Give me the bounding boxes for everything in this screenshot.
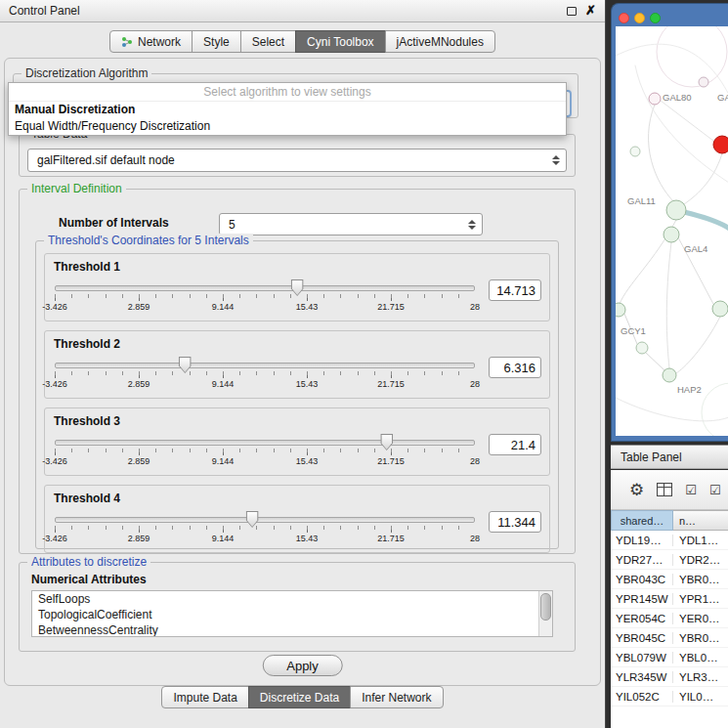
network-node[interactable] (663, 368, 676, 382)
scrollbar-thumb[interactable] (540, 593, 551, 621)
list-item[interactable]: TopologicalCoefficient (32, 607, 552, 622)
network-node[interactable] (636, 342, 648, 354)
tab-cyni-toolbox[interactable]: Cyni Toolbox (295, 30, 385, 53)
threshold-coordinates-title: Threshold's Coordinates for 5 Intervals (44, 234, 253, 247)
table-data-combobox[interactable]: galFiltered.sif default node (27, 149, 567, 172)
threshold-slider[interactable]: -3.4262.8599.14415.4321.71528 (55, 440, 475, 467)
slider-track[interactable] (55, 363, 475, 368)
select-visible-icon[interactable]: ☑ (709, 484, 721, 496)
network-edge[interactable] (684, 153, 722, 204)
node-table: ⚙ ☑ ☑ shared… n… YDL19…YDL1…YDR27…YDR2…Y… (611, 470, 728, 728)
tab-discretize-data[interactable]: Discretize Data (248, 686, 351, 708)
tab-jactivemnodules[interactable]: jActiveMNodules (385, 30, 495, 53)
traffic-lights (619, 13, 661, 23)
network-edge[interactable] (616, 44, 728, 95)
network-view-window[interactable]: GAL80GAGAL11GAL4GCY1HAP2 (611, 3, 728, 442)
slider-track[interactable] (55, 517, 475, 523)
table-header-row: shared… n… (611, 510, 728, 531)
stepper-icon (468, 220, 476, 230)
top-tab-bar: NetworkStyleSelectCyni ToolboxjActiveMNo… (0, 30, 605, 53)
scale-label: 9.144 (212, 379, 235, 389)
network-edge[interactable] (648, 105, 674, 202)
column-header-name[interactable]: n… (673, 510, 728, 531)
slider-ticks (55, 449, 475, 455)
zoom-traffic-light-icon[interactable] (650, 13, 661, 23)
threshold-value-field[interactable]: 21.4 (489, 434, 541, 455)
threshold-slider[interactable]: -3.4262.8599.14415.4321.71528 (55, 517, 475, 544)
scale-label: 9.144 (212, 534, 235, 543)
table-row[interactable]: YBR043CYBR0… (611, 570, 728, 589)
network-node[interactable] (616, 303, 625, 317)
network-edge[interactable] (661, 101, 713, 141)
threshold-slider[interactable]: -3.4262.8599.14415.4321.71528 (55, 363, 475, 390)
network-node-label: GAL11 (627, 195, 656, 206)
algorithm-options-list: Manual DiscretizationEqual Width/Frequen… (9, 102, 566, 135)
list-scrollbar[interactable] (538, 591, 552, 636)
scale-label: 28 (470, 534, 480, 543)
threshold-value-field[interactable]: 6.316 (489, 357, 541, 378)
slider-thumb[interactable] (179, 357, 192, 373)
table-row[interactable]: YIL052CYIL0… (611, 687, 728, 707)
slider-scale: -3.4262.8599.14415.4321.71528 (55, 379, 475, 390)
table-row[interactable]: YDL19…YDL1… (611, 531, 728, 550)
slider-track[interactable] (55, 440, 475, 446)
gear-icon[interactable]: ⚙ (629, 482, 644, 498)
tab-style[interactable]: Style (192, 30, 241, 53)
slider-thumb[interactable] (246, 511, 259, 528)
algorithm-option[interactable]: Equal Width/Frequency Discretization (9, 118, 566, 135)
network-node[interactable] (713, 136, 728, 153)
close-traffic-light-icon[interactable] (619, 13, 629, 23)
threshold-value-field[interactable]: 11.344 (489, 511, 541, 533)
close-window-icon[interactable]: ✗ (585, 5, 596, 17)
control-panel-titlebar[interactable]: Control Panel ✗ (0, 0, 605, 22)
column-header-shared-name[interactable]: shared… (611, 510, 673, 531)
tab-network[interactable]: Network (109, 30, 193, 53)
network-icon (121, 36, 133, 48)
network-edge[interactable] (684, 212, 728, 230)
network-node-label: GAL4 (684, 243, 707, 254)
number-of-intervals-combobox[interactable]: 5 (219, 213, 483, 236)
tab-impute-data[interactable]: Impute Data (161, 686, 248, 708)
table-row[interactable]: YER054CYER0… (611, 609, 728, 628)
tab-infer-network[interactable]: Infer Network (350, 686, 443, 708)
table-row[interactable]: YPR145WYPR1… (611, 589, 728, 609)
network-edge[interactable] (646, 353, 664, 370)
tab-select[interactable]: Select (240, 30, 296, 53)
table-row[interactable]: YBL079WYBL0… (611, 648, 728, 667)
threshold-label: Threshold 3 (54, 414, 120, 428)
scale-label: 2.859 (128, 534, 150, 543)
network-edge-ring (657, 26, 727, 87)
network-node[interactable] (666, 200, 686, 220)
slider-thumb[interactable] (380, 434, 393, 450)
table-panel-header[interactable]: Table Panel (611, 445, 728, 469)
table-row[interactable]: YLR345WYLR3… (611, 667, 728, 687)
slider-thumb[interactable] (291, 279, 304, 296)
network-edge[interactable] (666, 242, 671, 368)
network-edge[interactable] (676, 317, 720, 373)
threshold-slider[interactable]: -3.4262.8599.14415.4321.71528 (55, 285, 475, 313)
list-item[interactable]: BetweennessCentrality (32, 622, 552, 637)
cyni-toolbox-panel: Discretization Algorithm Table Data galF… (4, 58, 601, 686)
network-node[interactable] (712, 301, 728, 317)
float-window-icon[interactable] (567, 7, 577, 16)
columns-icon[interactable] (657, 483, 672, 496)
list-item[interactable]: SelfLoops (32, 591, 552, 607)
slider-track[interactable] (55, 285, 475, 291)
threshold-value-field[interactable]: 14.713 (489, 279, 541, 301)
app-screen: Control Panel ✗ NetworkStyleSelectCyni T… (0, 0, 728, 728)
network-node[interactable] (699, 77, 708, 87)
scale-label: 28 (470, 379, 480, 389)
network-canvas[interactable]: GAL80GAGAL11GAL4GCY1HAP2 (616, 26, 728, 436)
network-node[interactable] (664, 227, 679, 242)
network-edge[interactable] (616, 398, 728, 421)
table-row[interactable]: YDR27…YDR2… (611, 550, 728, 570)
network-node[interactable] (630, 147, 640, 156)
network-node[interactable] (649, 93, 661, 105)
algorithm-option[interactable]: Manual Discretization (9, 102, 566, 118)
minimize-traffic-light-icon[interactable] (634, 13, 645, 23)
scale-label: 15.43 (296, 302, 319, 312)
apply-button[interactable]: Apply (262, 655, 343, 676)
select-all-icon[interactable]: ☑ (685, 484, 697, 496)
table-row[interactable]: YBR045CYBR0… (611, 628, 728, 648)
scale-label: 21.715 (377, 302, 405, 312)
